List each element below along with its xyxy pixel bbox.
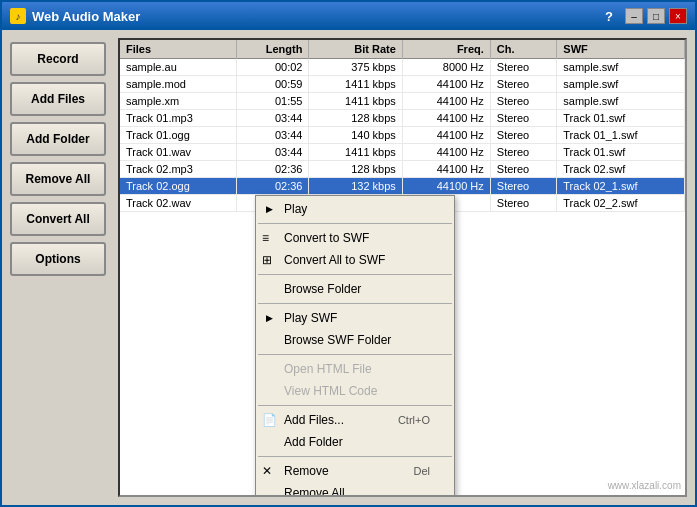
table-row[interactable]: Track 01.wav 03:44 1411 kbps 44100 Hz St…	[120, 144, 685, 161]
cell-file: Track 02.ogg	[120, 178, 236, 195]
cell-file: sample.xm	[120, 93, 236, 110]
table-row[interactable]: Track 02.mp3 02:36 128 kbps 44100 Hz Ste…	[120, 161, 685, 178]
sidebar: RecordAdd FilesAdd FolderRemove AllConve…	[10, 38, 110, 497]
ctx-add-folder[interactable]: Add Folder	[256, 431, 454, 453]
cell-file: Track 01.mp3	[120, 110, 236, 127]
ctx-item-icon: ⊞	[262, 253, 272, 267]
title-bar-left: ♪ Web Audio Maker	[10, 8, 140, 24]
ctx-remove-all[interactable]: Remove All	[256, 482, 454, 497]
ctx-remove[interactable]: ✕RemoveDel	[256, 460, 454, 482]
minimize-button[interactable]: –	[625, 8, 643, 24]
watermark: www.xlazali.com	[608, 480, 681, 491]
submenu-arrow-icon: ▶	[266, 204, 273, 214]
add-folder-button[interactable]: Add Folder	[10, 122, 106, 156]
title-bar: ♪ Web Audio Maker ? – □ ×	[2, 2, 695, 30]
ctx-item-label: Convert All to SWF	[284, 253, 385, 267]
ctx-play[interactable]: ▶Play	[256, 198, 454, 220]
options-button[interactable]: Options	[10, 242, 106, 276]
close-button[interactable]: ×	[669, 8, 687, 24]
table-row[interactable]: sample.xm 01:55 1411 kbps 44100 Hz Stere…	[120, 93, 685, 110]
cell-ch: Stereo	[490, 110, 557, 127]
table-row[interactable]: sample.au 00:02 375 kbps 8000 Hz Stereo …	[120, 59, 685, 76]
cell-bitrate: 140 kbps	[309, 127, 402, 144]
ctx-item-label: Add Files...	[284, 413, 344, 427]
ctx-item-label: View HTML Code	[284, 384, 377, 398]
ctx-item-shortcut: Del	[413, 465, 430, 477]
ctx-convert-swf[interactable]: ≡Convert to SWF	[256, 227, 454, 249]
ctx-browse-swf-folder[interactable]: Browse SWF Folder	[256, 329, 454, 351]
ctx-view-html: View HTML Code	[256, 380, 454, 402]
cell-ch: Stereo	[490, 195, 557, 212]
cell-swf: sample.swf	[557, 93, 685, 110]
table-row[interactable]: Track 01.ogg 03:44 140 kbps 44100 Hz Ste…	[120, 127, 685, 144]
cell-file: Track 01.wav	[120, 144, 236, 161]
cell-freq: 44100 Hz	[402, 93, 490, 110]
cell-swf: Track 02.swf	[557, 161, 685, 178]
cell-ch: Stereo	[490, 59, 557, 76]
cell-ch: Stereo	[490, 161, 557, 178]
table-row[interactable]: Track 01.mp3 03:44 128 kbps 44100 Hz Ste…	[120, 110, 685, 127]
cell-swf: Track 01.swf	[557, 144, 685, 161]
context-menu-divider	[258, 223, 452, 224]
cell-swf: Track 01.swf	[557, 110, 685, 127]
maximize-button[interactable]: □	[647, 8, 665, 24]
cell-ch: Stereo	[490, 76, 557, 93]
ctx-item-label: Add Folder	[284, 435, 343, 449]
cell-bitrate: 1411 kbps	[309, 76, 402, 93]
cell-file: Track 02.wav	[120, 195, 236, 212]
add-files-button[interactable]: Add Files	[10, 82, 106, 116]
ctx-convert-all-swf[interactable]: ⊞Convert All to SWF	[256, 249, 454, 271]
context-menu-divider	[258, 303, 452, 304]
cell-file: sample.au	[120, 59, 236, 76]
convert-all-button[interactable]: Convert All	[10, 202, 106, 236]
cell-ch: Stereo	[490, 93, 557, 110]
ctx-item-icon: 📄	[262, 413, 277, 427]
cell-bitrate: 375 kbps	[309, 59, 402, 76]
ctx-item-label: Remove	[284, 464, 329, 478]
cell-swf: Track 02_1.swf	[557, 178, 685, 195]
cell-ch: Stereo	[490, 127, 557, 144]
ctx-item-label: Play	[284, 202, 307, 216]
cell-swf: Track 02_2.swf	[557, 195, 685, 212]
submenu-arrow-icon: ▶	[266, 313, 273, 323]
ctx-item-icon: ≡	[262, 231, 269, 245]
ctx-item-label: Play SWF	[284, 311, 337, 325]
cell-freq: 44100 Hz	[402, 144, 490, 161]
cell-length: 03:44	[236, 110, 309, 127]
cell-bitrate: 128 kbps	[309, 161, 402, 178]
ctx-item-shortcut: Ctrl+O	[398, 414, 430, 426]
col-files: Files	[120, 40, 236, 59]
cell-ch: Stereo	[490, 178, 557, 195]
cell-bitrate: 1411 kbps	[309, 93, 402, 110]
cell-file: sample.mod	[120, 76, 236, 93]
main-content: RecordAdd FilesAdd FolderRemove AllConve…	[2, 30, 695, 505]
col-freq: Freq.	[402, 40, 490, 59]
ctx-item-label: Convert to SWF	[284, 231, 369, 245]
context-menu: ▶Play≡Convert to SWF⊞Convert All to SWFB…	[255, 195, 455, 497]
table-row[interactable]: sample.mod 00:59 1411 kbps 44100 Hz Ster…	[120, 76, 685, 93]
cell-length: 02:36	[236, 178, 309, 195]
main-window: ♪ Web Audio Maker ? – □ × RecordAdd File…	[0, 0, 697, 507]
cell-file: Track 02.mp3	[120, 161, 236, 178]
col-ch: Ch.	[490, 40, 557, 59]
cell-freq: 44100 Hz	[402, 161, 490, 178]
ctx-browse-folder[interactable]: Browse Folder	[256, 278, 454, 300]
cell-bitrate: 1411 kbps	[309, 144, 402, 161]
table-row[interactable]: Track 02.ogg 02:36 132 kbps 44100 Hz Ste…	[120, 178, 685, 195]
ctx-item-label: Browse SWF Folder	[284, 333, 391, 347]
app-icon: ♪	[10, 8, 26, 24]
cell-freq: 44100 Hz	[402, 127, 490, 144]
cell-freq: 44100 Hz	[402, 178, 490, 195]
cell-swf: Track 01_1.swf	[557, 127, 685, 144]
context-menu-divider	[258, 456, 452, 457]
record-button[interactable]: Record	[10, 42, 106, 76]
ctx-add-files[interactable]: 📄Add Files...Ctrl+O	[256, 409, 454, 431]
context-menu-divider	[258, 354, 452, 355]
cell-swf: sample.swf	[557, 76, 685, 93]
cell-length: 01:55	[236, 93, 309, 110]
help-button[interactable]: ?	[605, 9, 613, 24]
cell-freq: 8000 Hz	[402, 59, 490, 76]
ctx-play-swf[interactable]: ▶Play SWF	[256, 307, 454, 329]
file-table: Files Length Bit Rate Freq. Ch. SWF samp…	[120, 40, 685, 212]
remove-all-button[interactable]: Remove All	[10, 162, 106, 196]
